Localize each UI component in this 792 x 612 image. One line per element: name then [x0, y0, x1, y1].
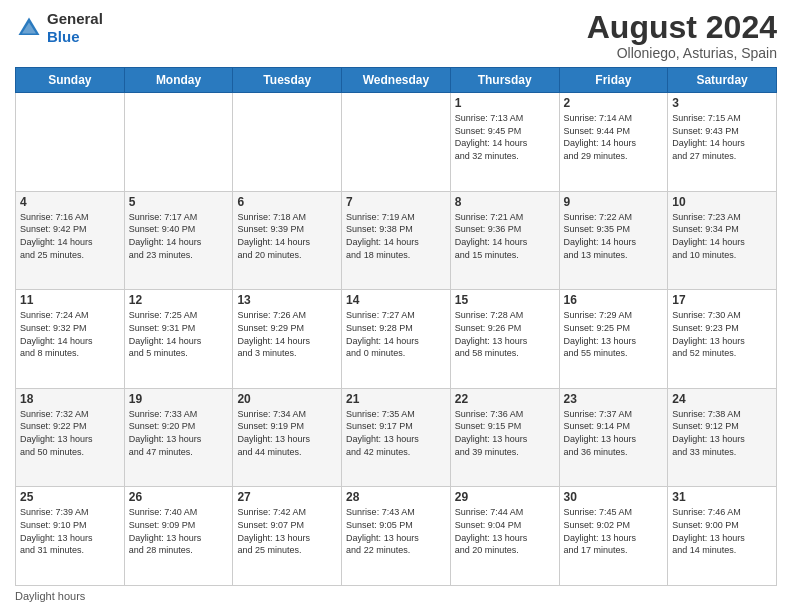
day-info: Sunrise: 7:23 AM Sunset: 9:34 PM Dayligh…	[672, 211, 772, 261]
calendar-cell: 15Sunrise: 7:28 AM Sunset: 9:26 PM Dayli…	[450, 290, 559, 389]
day-number: 15	[455, 293, 555, 307]
day-number: 2	[564, 96, 664, 110]
day-info: Sunrise: 7:32 AM Sunset: 9:22 PM Dayligh…	[20, 408, 120, 458]
weekday-wednesday: Wednesday	[342, 68, 451, 93]
calendar-week-3: 18Sunrise: 7:32 AM Sunset: 9:22 PM Dayli…	[16, 388, 777, 487]
calendar-week-0: 1Sunrise: 7:13 AM Sunset: 9:45 PM Daylig…	[16, 93, 777, 192]
day-info: Sunrise: 7:39 AM Sunset: 9:10 PM Dayligh…	[20, 506, 120, 556]
calendar-cell: 24Sunrise: 7:38 AM Sunset: 9:12 PM Dayli…	[668, 388, 777, 487]
calendar-cell: 6Sunrise: 7:18 AM Sunset: 9:39 PM Daylig…	[233, 191, 342, 290]
day-info: Sunrise: 7:27 AM Sunset: 9:28 PM Dayligh…	[346, 309, 446, 359]
calendar-cell: 29Sunrise: 7:44 AM Sunset: 9:04 PM Dayli…	[450, 487, 559, 586]
weekday-thursday: Thursday	[450, 68, 559, 93]
calendar-cell: 14Sunrise: 7:27 AM Sunset: 9:28 PM Dayli…	[342, 290, 451, 389]
day-info: Sunrise: 7:43 AM Sunset: 9:05 PM Dayligh…	[346, 506, 446, 556]
day-number: 11	[20, 293, 120, 307]
calendar-cell: 28Sunrise: 7:43 AM Sunset: 9:05 PM Dayli…	[342, 487, 451, 586]
calendar-cell: 18Sunrise: 7:32 AM Sunset: 9:22 PM Dayli…	[16, 388, 125, 487]
logo-icon	[15, 14, 43, 42]
day-info: Sunrise: 7:44 AM Sunset: 9:04 PM Dayligh…	[455, 506, 555, 556]
calendar-cell: 26Sunrise: 7:40 AM Sunset: 9:09 PM Dayli…	[124, 487, 233, 586]
day-number: 26	[129, 490, 229, 504]
calendar-cell: 10Sunrise: 7:23 AM Sunset: 9:34 PM Dayli…	[668, 191, 777, 290]
calendar-week-2: 11Sunrise: 7:24 AM Sunset: 9:32 PM Dayli…	[16, 290, 777, 389]
day-number: 9	[564, 195, 664, 209]
calendar-cell	[233, 93, 342, 192]
logo-general: General	[47, 10, 103, 27]
logo-blue: Blue	[47, 28, 80, 45]
logo-text: General Blue	[47, 10, 103, 46]
day-number: 16	[564, 293, 664, 307]
day-info: Sunrise: 7:35 AM Sunset: 9:17 PM Dayligh…	[346, 408, 446, 458]
day-number: 25	[20, 490, 120, 504]
calendar-body: 1Sunrise: 7:13 AM Sunset: 9:45 PM Daylig…	[16, 93, 777, 586]
calendar-cell: 20Sunrise: 7:34 AM Sunset: 9:19 PM Dayli…	[233, 388, 342, 487]
day-number: 22	[455, 392, 555, 406]
day-info: Sunrise: 7:22 AM Sunset: 9:35 PM Dayligh…	[564, 211, 664, 261]
day-number: 19	[129, 392, 229, 406]
calendar-week-4: 25Sunrise: 7:39 AM Sunset: 9:10 PM Dayli…	[16, 487, 777, 586]
day-number: 29	[455, 490, 555, 504]
weekday-tuesday: Tuesday	[233, 68, 342, 93]
footer: Daylight hours	[15, 590, 777, 602]
calendar-cell: 8Sunrise: 7:21 AM Sunset: 9:36 PM Daylig…	[450, 191, 559, 290]
calendar-cell: 21Sunrise: 7:35 AM Sunset: 9:17 PM Dayli…	[342, 388, 451, 487]
day-number: 5	[129, 195, 229, 209]
weekday-row: Sunday Monday Tuesday Wednesday Thursday…	[16, 68, 777, 93]
day-number: 13	[237, 293, 337, 307]
day-number: 23	[564, 392, 664, 406]
day-number: 27	[237, 490, 337, 504]
day-number: 4	[20, 195, 120, 209]
location: Olloniego, Asturias, Spain	[587, 45, 777, 61]
calendar-cell: 1Sunrise: 7:13 AM Sunset: 9:45 PM Daylig…	[450, 93, 559, 192]
calendar-cell	[16, 93, 125, 192]
calendar-cell	[342, 93, 451, 192]
calendar-cell: 9Sunrise: 7:22 AM Sunset: 9:35 PM Daylig…	[559, 191, 668, 290]
day-info: Sunrise: 7:42 AM Sunset: 9:07 PM Dayligh…	[237, 506, 337, 556]
day-number: 12	[129, 293, 229, 307]
day-info: Sunrise: 7:16 AM Sunset: 9:42 PM Dayligh…	[20, 211, 120, 261]
day-info: Sunrise: 7:36 AM Sunset: 9:15 PM Dayligh…	[455, 408, 555, 458]
weekday-friday: Friday	[559, 68, 668, 93]
calendar-cell: 7Sunrise: 7:19 AM Sunset: 9:38 PM Daylig…	[342, 191, 451, 290]
calendar-cell: 22Sunrise: 7:36 AM Sunset: 9:15 PM Dayli…	[450, 388, 559, 487]
day-number: 28	[346, 490, 446, 504]
calendar-cell: 30Sunrise: 7:45 AM Sunset: 9:02 PM Dayli…	[559, 487, 668, 586]
day-info: Sunrise: 7:29 AM Sunset: 9:25 PM Dayligh…	[564, 309, 664, 359]
calendar-cell: 5Sunrise: 7:17 AM Sunset: 9:40 PM Daylig…	[124, 191, 233, 290]
calendar-cell: 16Sunrise: 7:29 AM Sunset: 9:25 PM Dayli…	[559, 290, 668, 389]
calendar-cell: 25Sunrise: 7:39 AM Sunset: 9:10 PM Dayli…	[16, 487, 125, 586]
weekday-saturday: Saturday	[668, 68, 777, 93]
day-number: 10	[672, 195, 772, 209]
calendar: Sunday Monday Tuesday Wednesday Thursday…	[15, 67, 777, 586]
calendar-cell: 4Sunrise: 7:16 AM Sunset: 9:42 PM Daylig…	[16, 191, 125, 290]
day-number: 17	[672, 293, 772, 307]
day-info: Sunrise: 7:19 AM Sunset: 9:38 PM Dayligh…	[346, 211, 446, 261]
day-number: 3	[672, 96, 772, 110]
day-info: Sunrise: 7:38 AM Sunset: 9:12 PM Dayligh…	[672, 408, 772, 458]
calendar-cell: 2Sunrise: 7:14 AM Sunset: 9:44 PM Daylig…	[559, 93, 668, 192]
day-info: Sunrise: 7:33 AM Sunset: 9:20 PM Dayligh…	[129, 408, 229, 458]
calendar-header: Sunday Monday Tuesday Wednesday Thursday…	[16, 68, 777, 93]
day-number: 21	[346, 392, 446, 406]
day-info: Sunrise: 7:18 AM Sunset: 9:39 PM Dayligh…	[237, 211, 337, 261]
header: General Blue August 2024 Olloniego, Astu…	[15, 10, 777, 61]
day-info: Sunrise: 7:30 AM Sunset: 9:23 PM Dayligh…	[672, 309, 772, 359]
day-info: Sunrise: 7:13 AM Sunset: 9:45 PM Dayligh…	[455, 112, 555, 162]
day-number: 30	[564, 490, 664, 504]
calendar-cell: 17Sunrise: 7:30 AM Sunset: 9:23 PM Dayli…	[668, 290, 777, 389]
day-number: 20	[237, 392, 337, 406]
day-info: Sunrise: 7:21 AM Sunset: 9:36 PM Dayligh…	[455, 211, 555, 261]
day-info: Sunrise: 7:14 AM Sunset: 9:44 PM Dayligh…	[564, 112, 664, 162]
page: General Blue August 2024 Olloniego, Astu…	[0, 0, 792, 612]
calendar-cell: 3Sunrise: 7:15 AM Sunset: 9:43 PM Daylig…	[668, 93, 777, 192]
calendar-cell: 23Sunrise: 7:37 AM Sunset: 9:14 PM Dayli…	[559, 388, 668, 487]
calendar-cell: 27Sunrise: 7:42 AM Sunset: 9:07 PM Dayli…	[233, 487, 342, 586]
daylight-label: Daylight hours	[15, 590, 85, 602]
day-info: Sunrise: 7:24 AM Sunset: 9:32 PM Dayligh…	[20, 309, 120, 359]
day-number: 8	[455, 195, 555, 209]
day-number: 24	[672, 392, 772, 406]
day-number: 1	[455, 96, 555, 110]
month-title: August 2024	[587, 10, 777, 45]
day-info: Sunrise: 7:15 AM Sunset: 9:43 PM Dayligh…	[672, 112, 772, 162]
